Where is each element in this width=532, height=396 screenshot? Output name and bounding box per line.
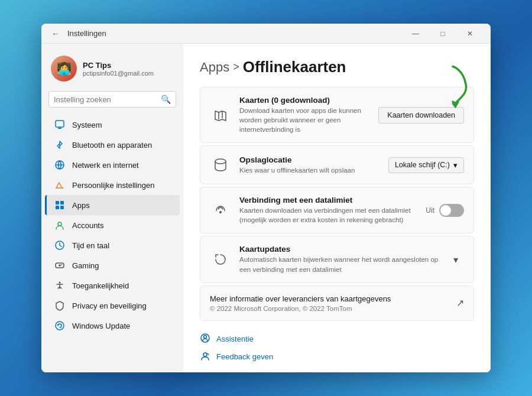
bluetooth-icon [54,139,65,150]
opslag-desc: Kies waar u offlinekaarten wilt opslaan [239,165,380,175]
netwerk-icon [54,160,65,170]
sidebar-item-label: Toegankelijkheid [72,281,129,290]
navigation: Systeem Bluetooth en apparaten Netwerk e… [41,115,183,336]
external-link-icon[interactable]: ↗ [456,297,464,309]
kaarten-title: Kaarten (0 gedownload) [239,96,370,105]
verbinding-text: Verbinding met een datalimiet Kaarten do… [239,196,417,225]
sidebar-item-label: Bluetooth en apparaten [72,141,152,150]
sidebar-item-privacy[interactable]: Privacy en beveiliging [45,296,180,316]
settings-window: ← Instellingen — □ ✕ 👩‍💻 [41,24,491,372]
verbinding-desc: Kaarten downloaden via verbindingen met … [239,206,417,225]
info-title: Meer informatie over leveranciers van ka… [210,294,391,303]
updates-text: Kaartupdates Automatisch kaarten bijwerk… [239,245,439,274]
feedback-icon [200,350,210,363]
toegankelijkheid-icon [54,280,65,291]
main-content: Apps > Offlinekaarten Kaarten (0 gedownl… [183,44,491,372]
titlebar: ← Instellingen — □ ✕ [41,24,491,44]
verbinding-title: Verbinding met een datalimiet [239,196,417,205]
tijd-icon [54,240,65,251]
maximize-button[interactable]: □ [429,24,456,44]
svg-point-9 [58,222,61,226]
close-button[interactable]: ✕ [456,24,484,44]
settings-list: Kaarten (0 gedownload) Download kaarten … [200,87,474,283]
setting-card-kaarten: Kaarten (0 gedownload) Download kaarten … [200,87,474,143]
opslag-select[interactable]: Lokale schijf (C:) ▾ [388,157,464,173]
chevron-down-icon: ▾ [453,161,458,170]
svg-point-14 [61,264,63,265]
svg-point-19 [204,335,207,338]
info-copy: © 2022 Microsoft Corporation, © 2022 Tom… [210,305,391,312]
sidebar-item-label: Persoonlijke instellingen [72,181,154,190]
assistentie-label: Assistentie [216,335,254,343]
opslag-action: Lokale schijf (C:) ▾ [388,157,464,173]
kaarten-desc: Download kaarten voor apps die kunnen wo… [239,106,370,134]
svg-point-16 [56,322,64,330]
window-controls: — □ ✕ [402,24,484,44]
user-email: pctipsinfo01@gmail.com [83,70,154,77]
updates-expand[interactable]: ▾ [447,251,464,268]
update-icon [54,320,65,331]
breadcrumb-apps: Apps [200,60,229,75]
opslag-text: Opslaglocatie Kies waar u offlinekaarten… [239,155,380,175]
sidebar-item-label: Privacy en beveiliging [72,301,147,310]
sidebar-item-label: Systeem [72,121,102,129]
setting-card-verbinding: Verbinding met een datalimiet Kaarten do… [200,187,474,233]
verbinding-toggle-label: Uit [426,206,434,215]
kaarten-icon [210,105,231,126]
sidebar-item-bluetooth[interactable]: Bluetooth en apparaten [45,135,180,155]
opslag-icon [210,154,231,176]
sidebar-item-label: Apps [72,201,90,210]
link-feedback[interactable]: Feedback geven [200,350,474,363]
svg-point-17 [219,211,222,213]
systeem-icon [54,119,65,130]
minimize-button[interactable]: — [402,24,429,44]
search-icon: 🔍 [161,95,171,104]
sidebar-item-toegankelijkheid[interactable]: Toegankelijkheid [45,275,180,296]
sidebar-item-tijd[interactable]: Tijd en taal [45,235,180,255]
sidebar-item-label: Accounts [72,221,103,230]
sidebar-item-label: Gaming [72,261,99,270]
verbinding-action: Uit [426,204,464,217]
sidebar-item-label: Netwerk en internet [72,161,139,170]
info-card: Meer informatie over leveranciers van ka… [200,285,474,321]
search-input[interactable] [54,95,157,104]
sidebar-item-label: Tijd en taal [72,241,109,250]
sidebar-item-persoonlijk[interactable]: Persoonlijke instellingen [45,175,180,195]
svg-rect-8 [60,206,64,209]
sidebar: 👩‍💻 PC Tips pctipsinfo01@gmail.com 🔍 Sys… [41,44,183,372]
user-profile: 👩‍💻 PC Tips pctipsinfo01@gmail.com [41,51,183,91]
sidebar-item-update[interactable]: Windows Update [45,316,180,336]
updates-desc: Automatisch kaarten bijwerken wanneer he… [239,255,439,274]
apps-icon [54,200,65,210]
kaarten-action: Kaarten downloaden [378,107,464,124]
updates-icon [210,249,231,270]
svg-point-20 [203,353,207,356]
user-name: PC Tips [83,61,154,70]
kaarten-button[interactable]: Kaarten downloaden [378,107,464,124]
svg-rect-5 [56,201,59,205]
kaarten-text: Kaarten (0 gedownload) Download kaarten … [239,96,370,134]
persoonlijk-icon [54,180,65,190]
breadcrumb-separator: > [233,61,239,73]
gaming-icon [54,260,65,271]
verbinding-toggle[interactable] [439,204,464,217]
bottom-links: Assistentie Feedback geven [200,333,474,363]
sidebar-item-apps[interactable]: Apps [45,195,180,215]
updates-action: ▾ [447,251,464,268]
breadcrumb: Apps > Offlinekaarten [200,58,474,76]
verbinding-icon [210,200,231,221]
sidebar-item-systeem[interactable]: Systeem [45,115,180,135]
search-box[interactable]: 🔍 [48,91,176,108]
svg-rect-7 [56,206,59,209]
sidebar-item-accounts[interactable]: Accounts [45,215,180,235]
link-assistentie[interactable]: Assistentie [200,333,474,346]
svg-rect-1 [56,121,64,127]
avatar: 👩‍💻 [51,56,77,82]
page-title: Offlinekaarten [243,58,346,76]
sidebar-item-gaming[interactable]: Gaming [45,255,180,275]
back-button[interactable]: ← [48,27,63,41]
feedback-label: Feedback geven [216,352,273,361]
sidebar-item-netwerk[interactable]: Netwerk en internet [45,155,180,175]
svg-rect-2 [58,128,61,129]
sidebar-item-label: Windows Update [72,322,130,330]
